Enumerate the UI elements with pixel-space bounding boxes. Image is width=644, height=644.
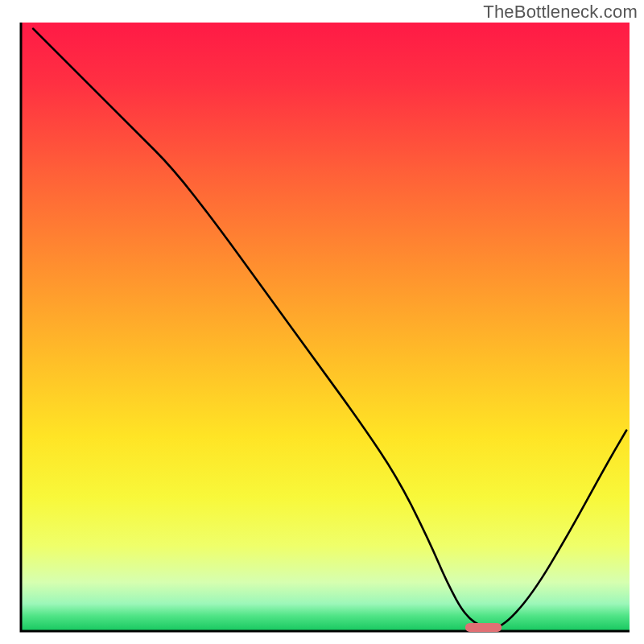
watermark-text: TheBottleneck.com <box>483 2 638 23</box>
bottleneck-chart: TheBottleneck.com <box>0 0 644 644</box>
chart-svg <box>0 0 644 644</box>
optimal-range-marker <box>465 623 502 632</box>
gradient-background <box>21 23 630 631</box>
